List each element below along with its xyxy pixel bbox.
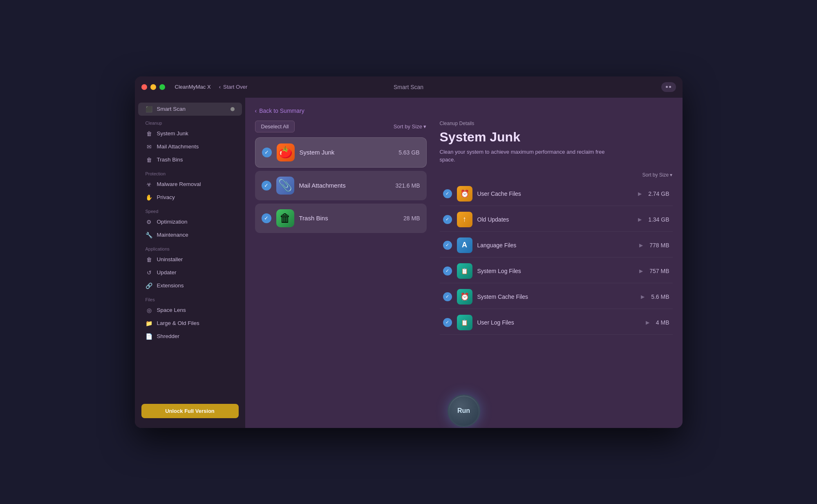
scan-item-mail-attachments[interactable]: ✓ 📎 Mail Attachments 321.6 MB: [255, 171, 427, 200]
user-cache-size: 2.74 GB: [648, 190, 669, 197]
sidebar-item-malware-removal[interactable]: ☣ Malware Removal: [138, 178, 242, 191]
sidebar-item-label: Uninstaller: [157, 256, 183, 262]
dot2: [669, 86, 671, 88]
sidebar-item-trash-bins[interactable]: 🗑 Trash Bins: [138, 153, 242, 166]
run-button[interactable]: Run: [448, 394, 480, 427]
trash-bins-label: Trash Bins: [299, 215, 399, 222]
sort-by-size[interactable]: Sort by Size ▾: [394, 123, 427, 130]
malware-icon: ☣: [145, 181, 153, 188]
sidebar-item-label: Trash Bins: [157, 157, 183, 163]
maximize-button[interactable]: [159, 84, 165, 90]
check-system-log: ✓: [443, 267, 452, 276]
sidebar-item-extensions[interactable]: 🔗 Extensions: [138, 279, 242, 292]
sidebar-item-label: Updater: [157, 269, 177, 276]
detail-item-old-updates[interactable]: ✓ ↑ Old Updates ▶ 1.34 GB: [440, 208, 673, 232]
sidebar-item-label: Maintenance: [157, 232, 188, 238]
detail-item-user-cache[interactable]: ✓ ⏰ User Cache Files ▶ 2.74 GB: [440, 182, 673, 206]
language-chevron: ▶: [639, 242, 643, 248]
back-to-summary-button[interactable]: ‹ Back to Summary: [255, 108, 673, 114]
optimization-icon: ⚙: [145, 218, 153, 226]
large-old-icon: 📁: [145, 320, 153, 327]
system-junk-size: 5.63 GB: [398, 149, 419, 156]
user-cache-chevron: ▶: [638, 191, 642, 197]
sidebar-item-privacy[interactable]: ✋ Privacy: [138, 191, 242, 204]
content-area: ‹ Back to Summary Deselect All Sort by S…: [245, 98, 683, 428]
mail-attachments-label: Mail Attachments: [299, 182, 391, 189]
sidebar-item-label: Optimization: [157, 219, 188, 225]
sidebar-item-label: Extensions: [157, 282, 184, 289]
sidebar-item-mail-attachments[interactable]: ✉ Mail Attachments: [138, 140, 242, 153]
system-junk-icon: 🍅: [277, 143, 295, 161]
scan-item-system-junk[interactable]: ✓ 🍅 System Junk 5.63 GB: [255, 137, 427, 168]
detail-title: System Junk: [440, 130, 673, 145]
sidebar-item-label: Shredder: [157, 333, 180, 339]
section-cleanup: Cleanup: [135, 116, 245, 127]
check-mail-attachments: ✓: [262, 181, 271, 190]
user-cache-label: User Cache Files: [477, 190, 633, 197]
system-cache-chevron: ▶: [641, 294, 645, 300]
detail-sort-label[interactable]: Sort by Size ▾: [440, 172, 673, 178]
system-junk-icon: 🗑: [145, 130, 153, 137]
system-log-icon: 📋: [457, 263, 472, 279]
mail-attachments-icon: 📎: [276, 177, 294, 195]
right-panel: Cleanup Details System Junk Clean your s…: [427, 121, 673, 418]
section-files: Files: [135, 292, 245, 304]
cleanup-details-label: Cleanup Details: [440, 121, 673, 126]
app-window: CleanMyMac X ‹ Start Over Smart Scan ⬛ S…: [135, 76, 683, 428]
trash-bins-size: 28 MB: [403, 215, 420, 222]
sidebar-item-space-lens[interactable]: ◎ Space Lens: [138, 304, 242, 317]
system-cache-label: System Cache Files: [477, 293, 636, 300]
run-button-wrap: Run: [445, 394, 482, 428]
unlock-button[interactable]: Unlock Full Version: [141, 404, 239, 418]
scan-items-list: ✓ 🍅 System Junk 5.63 GB ✓ 📎 Mail Attachm…: [255, 137, 427, 233]
user-cache-icon: ⏰: [457, 186, 472, 202]
smart-scan-icon: ⬛: [145, 105, 153, 113]
old-updates-size: 1.34 GB: [648, 216, 669, 223]
sidebar-item-uninstaller[interactable]: 🗑 Uninstaller: [138, 253, 242, 266]
sidebar-item-label: Privacy: [157, 194, 175, 200]
nav-back-button[interactable]: ‹ Start Over: [219, 84, 248, 90]
sidebar-item-label: Large & Old Files: [157, 320, 199, 326]
mail-attachments-size: 321.6 MB: [396, 182, 420, 189]
language-files-label: Language Files: [477, 242, 635, 249]
close-button[interactable]: [141, 84, 147, 90]
sidebar-item-label: System Junk: [157, 130, 188, 137]
dot1: [666, 86, 668, 88]
traffic-lights: [141, 84, 165, 90]
detail-item-user-log[interactable]: ✓ 📋 User Log Files ▶ 4 MB: [440, 311, 673, 335]
back-label: Back to Summary: [259, 108, 304, 114]
smart-scan-badge: [231, 107, 235, 111]
sidebar-item-smart-scan[interactable]: ⬛ Smart Scan: [138, 103, 242, 116]
sidebar-item-updater[interactable]: ↺ Updater: [138, 266, 242, 279]
more-options-button[interactable]: [661, 82, 676, 92]
space-lens-icon: ◎: [145, 307, 153, 314]
uninstaller-icon: 🗑: [145, 256, 153, 263]
detail-items-list: ✓ ⏰ User Cache Files ▶ 2.74 GB ✓ ↑ Old U…: [440, 182, 673, 418]
system-log-chevron: ▶: [639, 268, 643, 274]
sidebar-item-large-old[interactable]: 📁 Large & Old Files: [138, 317, 242, 330]
scan-item-trash-bins[interactable]: ✓ 🗑 Trash Bins 28 MB: [255, 204, 427, 233]
sidebar-item-optimization[interactable]: ⚙ Optimization: [138, 215, 242, 228]
maintenance-icon: 🔧: [145, 231, 153, 239]
system-log-label: System Log Files: [477, 268, 635, 274]
deselect-all-button[interactable]: Deselect All: [255, 121, 295, 132]
sidebar-item-maintenance[interactable]: 🔧 Maintenance: [138, 228, 242, 242]
detail-item-system-log[interactable]: ✓ 📋 System Log Files ▶ 757 MB: [440, 259, 673, 283]
system-cache-icon: ⏰: [457, 289, 472, 305]
updater-icon: ↺: [145, 269, 153, 276]
sidebar-bottom: Unlock Full Version: [135, 399, 245, 423]
user-log-icon: 📋: [457, 315, 472, 330]
detail-item-system-cache[interactable]: ✓ ⏰ System Cache Files ▶ 5.6 MB: [440, 285, 673, 309]
sidebar-item-shredder[interactable]: 📄 Shredder: [138, 330, 242, 343]
check-old-updates: ✓: [443, 215, 452, 224]
detail-item-language-files[interactable]: ✓ A Language Files ▶ 778 MB: [440, 233, 673, 258]
sidebar-item-label: Space Lens: [157, 307, 186, 313]
titlebar: CleanMyMac X ‹ Start Over Smart Scan: [135, 76, 683, 98]
minimize-button[interactable]: [150, 84, 156, 90]
sidebar-item-label: Malware Removal: [157, 181, 201, 187]
section-speed: Speed: [135, 204, 245, 215]
trash-bins-icon: 🗑: [276, 209, 294, 227]
sidebar-item-system-junk[interactable]: 🗑 System Junk: [138, 127, 242, 140]
left-panel: Deselect All Sort by Size ▾ ✓ 🍅 System J…: [255, 121, 427, 418]
sort-bar: Deselect All Sort by Size ▾: [255, 121, 427, 132]
